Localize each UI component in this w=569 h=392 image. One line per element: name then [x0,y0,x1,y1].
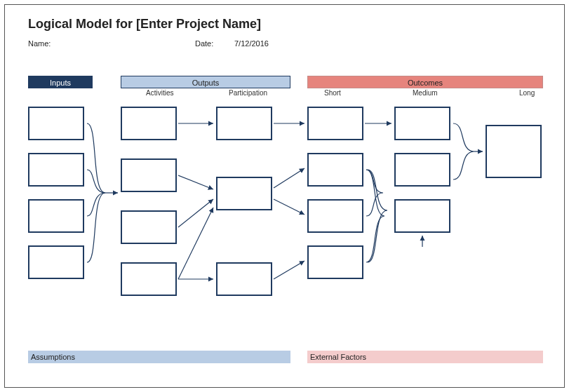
sub-medium: Medium [413,89,438,97]
medium-box-1[interactable] [394,107,450,140]
activity-box-4[interactable] [121,262,177,296]
sub-activities: Activities [146,89,173,97]
label-date: Date: [195,39,213,48]
input-box-3[interactable] [28,199,84,233]
input-box-4[interactable] [28,245,84,279]
participation-box-3[interactable] [216,262,272,296]
medium-box-3[interactable] [394,199,450,233]
page-frame [4,4,565,388]
short-box-4[interactable] [307,245,363,279]
footer-assumptions: Assumptions [28,351,290,363]
banner-outcomes: Outcomes [307,76,543,88]
short-box-2[interactable] [307,153,363,187]
activity-box-2[interactable] [121,158,177,192]
activity-box-3[interactable] [121,210,177,244]
participation-box-2[interactable] [216,177,272,210]
input-box-2[interactable] [28,153,84,187]
label-name: Name: [28,39,51,48]
short-box-1[interactable] [307,107,363,140]
input-box-1[interactable] [28,107,84,140]
sub-participation: Participation [229,89,267,97]
value-date: 7/12/2016 [234,39,269,48]
participation-box-1[interactable] [216,107,272,140]
sub-long: Long [519,89,535,97]
banner-outputs: Outputs [121,76,290,88]
footer-external-factors: External Factors [307,351,543,363]
long-box-1[interactable] [486,125,542,178]
sub-short: Short [324,89,341,97]
activity-box-1[interactable] [121,107,177,140]
banner-inputs: Inputs [28,76,93,88]
page-title: Logical Model for [Enter Project Name] [28,17,261,32]
short-box-3[interactable] [307,199,363,233]
medium-box-2[interactable] [394,153,450,187]
